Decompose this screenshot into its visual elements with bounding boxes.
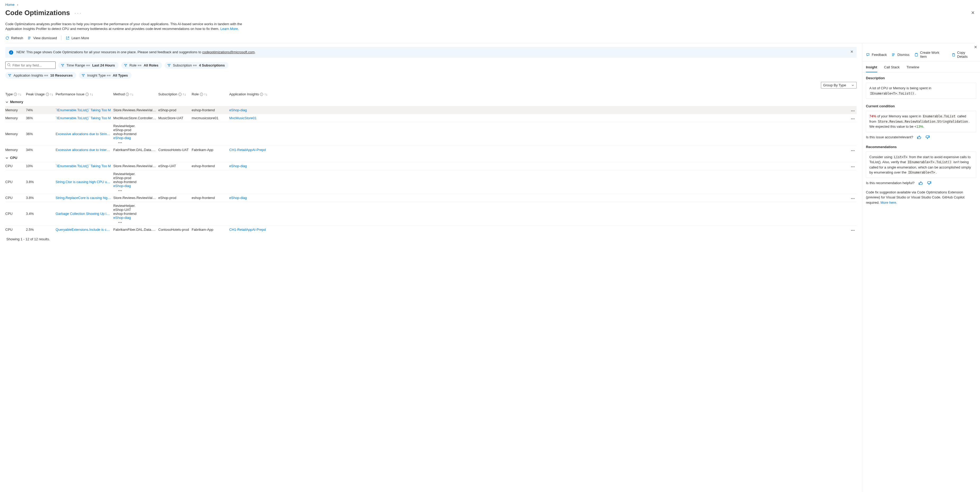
cell-issue[interactable]: `IEnumerable.ToList()` Taking Too M — [56, 116, 113, 120]
info-icon[interactable]: i — [46, 93, 49, 96]
filter-input[interactable] — [5, 61, 56, 69]
thumbs-down-icon[interactable] — [927, 181, 932, 185]
cell-appinsights[interactable]: eShop-diag — [229, 196, 846, 200]
breadcrumb-home[interactable]: Home — [5, 3, 14, 6]
external-link-icon — [66, 36, 70, 40]
thumbs-down-icon[interactable] — [925, 135, 930, 140]
info-icon[interactable]: i — [260, 93, 263, 96]
cell-appinsights[interactable]: MvcMusicStore01 — [229, 116, 846, 120]
sort-icon[interactable]: ↑↓ — [18, 92, 21, 96]
info-icon[interactable]: i — [86, 93, 89, 96]
row-more-button[interactable] — [846, 228, 857, 232]
learn-more-button[interactable]: Learn More — [66, 36, 89, 40]
learn-more-link[interactable]: Learn More. — [220, 27, 239, 31]
col-type[interactable]: Type — [5, 92, 13, 96]
panel-close-icon[interactable]: ✕ — [974, 45, 977, 49]
dismiss-button[interactable]: Dismiss — [892, 51, 910, 59]
refresh-button[interactable]: Refresh — [5, 36, 23, 40]
sort-icon[interactable]: ↑↓ — [90, 92, 93, 96]
role-filter[interactable]: Role == All Roles — [121, 62, 162, 69]
row-more-button[interactable] — [113, 188, 124, 192]
col-subscription[interactable]: Subscription — [158, 92, 177, 96]
cell-method: MvcMusicStore.Controllers.Stc — [113, 116, 158, 120]
funnel-icon — [61, 64, 64, 67]
row-more-button[interactable] — [846, 196, 857, 200]
info-icon[interactable]: i — [200, 93, 203, 96]
info-icon[interactable]: i — [14, 93, 17, 96]
tab-insight[interactable]: Insight — [866, 65, 877, 72]
sort-icon[interactable]: ↑↓ — [130, 92, 134, 96]
tab-callstack[interactable]: Call Stack — [884, 65, 900, 72]
table-row[interactable]: CPU2.5%QueryableExtensions.Include is ca… — [5, 225, 857, 233]
more-here-link[interactable]: More here. — [880, 201, 897, 204]
col-method[interactable]: Method — [113, 92, 125, 96]
thumbs-up-icon[interactable] — [918, 181, 923, 185]
sort-icon[interactable]: ↑↓ — [183, 92, 186, 96]
col-role[interactable]: Role — [192, 92, 199, 96]
cell-appinsights[interactable]: eShop-diag — [229, 108, 846, 112]
detail-panel: ✕ Feedback Dismiss Create Work Item Copy… — [862, 43, 980, 492]
group-header-memory[interactable]: Memory — [5, 98, 857, 106]
close-icon[interactable]: ✕ — [971, 10, 975, 16]
cell-appinsights[interactable]: eShop-diag — [229, 164, 846, 168]
svg-point-0 — [8, 64, 10, 66]
row-more-button[interactable] — [113, 140, 124, 144]
cell-appinsights[interactable]: eShop-diag — [113, 136, 156, 140]
cell-appinsights[interactable]: eShop-diag — [113, 184, 156, 188]
insight-type-filter[interactable]: Insight Type == All Types — [79, 72, 132, 79]
cell-issue[interactable]: String.Ctor is causing high CPU usage — [56, 180, 113, 184]
page-description: Code Optimizations analyzes profiler tra… — [0, 22, 254, 34]
col-issue[interactable]: Performance Issue — [56, 92, 84, 96]
subscription-filter[interactable]: Subscription == 4 Subscriptions — [165, 62, 229, 69]
feedback-button[interactable]: Feedback — [866, 51, 887, 59]
cell-issue[interactable]: Excessive allocations due to InternalSet — [56, 148, 113, 152]
sort-icon[interactable]: ↑↓ — [264, 92, 267, 96]
time-range-filter[interactable]: Time Range == Last 24 Hours — [58, 62, 119, 69]
more-actions-button[interactable]: · · · — [75, 11, 81, 15]
copy-details-button[interactable]: Copy Details — [951, 51, 976, 59]
view-dismissed-button[interactable]: View dismissed — [27, 36, 57, 40]
row-more-button[interactable] — [113, 220, 124, 224]
cell-issue[interactable]: String.ReplaceCore is causing high CPU — [56, 196, 113, 200]
sort-icon[interactable]: ↑↓ — [204, 92, 208, 96]
table-row[interactable]: CPU3.4%Garbage Collection Showing Up in … — [5, 201, 857, 225]
cell-peak: 34% — [26, 148, 56, 152]
thumbs-up-icon[interactable] — [917, 135, 921, 140]
info-icon[interactable]: i — [126, 93, 129, 96]
cell-peak: 36% — [26, 116, 56, 120]
table-row[interactable]: Memory36%Excessive allocations due to St… — [5, 122, 857, 146]
table-row[interactable]: CPU10%`IEnumerable.ToList()` Taking Too … — [5, 162, 857, 170]
banner-close-icon[interactable]: ✕ — [850, 50, 853, 54]
col-appinsights[interactable]: Application Insights — [229, 92, 259, 96]
cell-issue[interactable]: QueryableExtensions.Include is causing — [56, 228, 113, 232]
group-header-cpu[interactable]: CPU — [5, 154, 857, 162]
row-more-button[interactable] — [846, 164, 857, 168]
cell-subscription: ContosoHotels-UAT — [158, 148, 192, 152]
row-more-button[interactable] — [846, 148, 857, 152]
info-icon[interactable]: i — [178, 93, 181, 96]
row-more-button[interactable] — [846, 108, 857, 112]
cell-appinsights[interactable]: CH1-RetailAppAI-Prepd — [229, 148, 846, 152]
create-work-item-button[interactable]: Create Work Item — [914, 51, 947, 59]
section-description-title: Description — [866, 76, 976, 80]
sort-icon[interactable]: ↑↓ — [50, 92, 54, 96]
col-peak[interactable]: Peak Usage — [26, 92, 45, 96]
row-more-button[interactable] — [846, 116, 857, 120]
cell-appinsights[interactable]: eShop-diag — [113, 216, 156, 220]
tab-timeline[interactable]: Timeline — [907, 65, 920, 72]
cell-subscription: eShop-UAT — [158, 164, 192, 168]
table-row[interactable]: CPU3.8%String.Ctor is causing high CPU u… — [5, 170, 857, 194]
table-row[interactable]: Memory74%`IEnumerable.ToList()` Taking T… — [5, 106, 857, 114]
cell-issue[interactable]: Excessive allocations due to String.Ctor — [56, 132, 113, 136]
group-by-dropdown[interactable]: Group By Type — [821, 82, 857, 88]
table-row[interactable]: Memory36%`IEnumerable.ToList()` Taking T… — [5, 114, 857, 122]
table-row[interactable]: CPU3.8%String.ReplaceCore is causing hig… — [5, 194, 857, 201]
table-row[interactable]: Memory34%Excessive allocations due to In… — [5, 146, 857, 154]
cell-issue[interactable]: `IEnumerable.ToList()` Taking Too M — [56, 164, 113, 168]
app-insights-filter[interactable]: Application Insights == 10 Resources — [5, 72, 76, 79]
list-icon — [27, 36, 32, 40]
cell-issue[interactable]: Garbage Collection Showing Up in CPU — [56, 212, 113, 216]
feedback-email-link[interactable]: codeoptimizations@microsoft.com — [202, 50, 255, 54]
cell-appinsights[interactable]: CH1-RetailAppAI-Prepd — [229, 228, 846, 232]
cell-issue[interactable]: `IEnumerable.ToList()` Taking Too M — [56, 108, 113, 112]
